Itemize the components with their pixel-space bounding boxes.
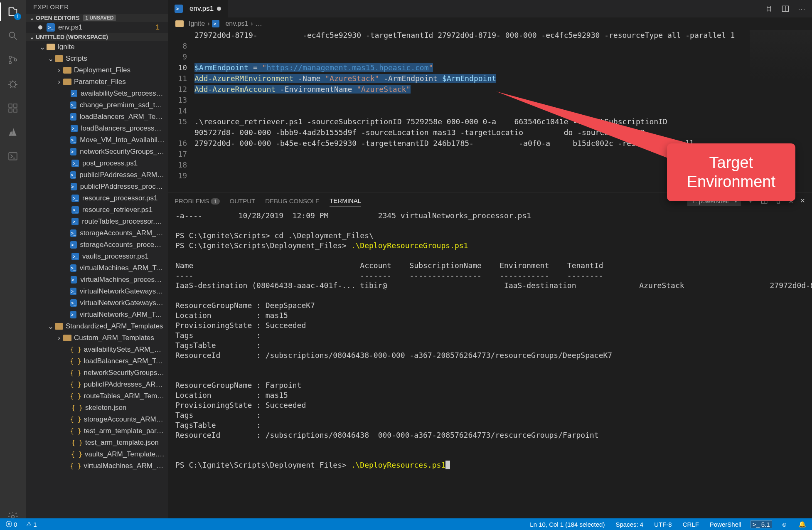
tab-output[interactable]: OUTPUT <box>230 195 256 207</box>
editor-group: >_ env.ps1 ⋯ Ignite › >_ env.ps1 › … 891… <box>168 0 812 530</box>
file-item[interactable]: >_networkSecurityGroups_proce… <box>26 146 168 158</box>
sidebar-title: EXPLORER <box>26 0 168 14</box>
file-item[interactable]: >_loadBalancers_processor.ps1 <box>26 123 168 134</box>
file-item[interactable]: { }loadBalancers_ARM_Template… <box>26 355 168 367</box>
explorer-badge: 1 <box>14 13 21 20</box>
status-cursor-position[interactable]: Ln 10, Col 1 (184 selected) <box>528 521 606 528</box>
file-item[interactable]: >_publicIPAddresses_ARM_Temp… <box>26 169 168 181</box>
annotation-callout: Target Environment <box>667 143 795 201</box>
feedback-icon[interactable]: ☺ <box>780 521 789 528</box>
powershell-side-icon[interactable] <box>5 149 20 164</box>
file-item[interactable]: >_availabilitySets_processor.ps1 <box>26 88 168 99</box>
modified-dot-icon <box>38 25 42 30</box>
azure-icon[interactable] <box>5 125 20 140</box>
file-item[interactable]: >_virtualMachines_ARM_Templat… <box>26 262 168 274</box>
svg-point-5 <box>10 82 16 87</box>
file-item[interactable]: >_change_premium_ssd_to_stan… <box>26 99 168 111</box>
file-item[interactable]: { }skeleton.json <box>26 402 168 414</box>
file-item[interactable]: >_resource_retriever.ps1 <box>26 204 168 216</box>
status-errors[interactable]: ⓧ 0 <box>4 520 19 528</box>
open-editor-item[interactable]: >_ env.ps1 1 <box>26 22 168 33</box>
terminal-content[interactable]: -a---- 10/28/2019 12:09 PM 2345 virtualN… <box>168 209 812 530</box>
folder-item[interactable]: ⌄Scripts <box>26 53 168 64</box>
bottom-panel: PROBLEMS1 OUTPUT DEBUG CONSOLE TERMINAL … <box>168 192 812 530</box>
svg-point-2 <box>9 56 11 58</box>
activity-bar: 1 <box>0 0 26 530</box>
svg-rect-7 <box>9 109 12 112</box>
svg-line-1 <box>14 37 17 40</box>
more-actions-icon[interactable]: ⋯ <box>798 4 805 13</box>
powershell-file-icon: >_ <box>212 20 219 27</box>
file-item[interactable]: >_virtualNetworkGateways_ARM… <box>26 286 168 297</box>
extensions-icon[interactable] <box>5 101 20 116</box>
svg-point-4 <box>15 59 17 61</box>
svg-rect-6 <box>9 104 12 107</box>
file-item[interactable]: >_resource_processor.ps1 <box>26 192 168 204</box>
modified-dot-icon <box>217 7 221 11</box>
workspace-header[interactable]: ⌄UNTITLED (WORKSPACE) <box>26 33 168 41</box>
explorer-icon[interactable]: 1 <box>5 4 20 19</box>
folder-item[interactable]: ⌄Ignite <box>26 41 168 53</box>
status-indent[interactable]: Spaces: 4 <box>614 521 645 528</box>
status-eol[interactable]: CRLF <box>681 521 701 528</box>
explorer-sidebar: EXPLORER ⌄OPEN EDITORS 1 UNSAVED >_ env.… <box>26 0 168 530</box>
svg-rect-8 <box>14 109 17 112</box>
file-item[interactable]: { }routeTables_ARM_Template.json <box>26 390 168 402</box>
file-item[interactable]: { }publicIPAddresses_ARM_Tem… <box>26 379 168 390</box>
file-item[interactable]: { }virtualMachines_ARM_Templat… <box>26 460 168 472</box>
file-tree: ⌄Ignite⌄Scripts›Deployment_Files›Paramet… <box>26 41 168 518</box>
file-item[interactable]: >_publicIPAddresses_processor… <box>26 181 168 192</box>
powershell-file-icon: >_ <box>47 23 55 32</box>
file-item[interactable]: >_routeTables_processor.ps1 <box>26 216 168 227</box>
status-bar: ⓧ 0 ⚠ 1 Ln 10, Col 1 (184 selected) Spac… <box>0 518 812 530</box>
folder-item[interactable]: ⌄Standardized_ARM_Templates <box>26 320 168 332</box>
powershell-file-icon: >_ <box>175 5 183 13</box>
file-item[interactable]: >_Move_VM_Into_AvailabilitySet… <box>26 134 168 146</box>
breadcrumb[interactable]: Ignite › >_ env.ps1 › … <box>168 17 812 30</box>
tab-problems[interactable]: PROBLEMS1 <box>175 195 220 207</box>
compare-changes-icon[interactable] <box>765 5 773 13</box>
file-item[interactable]: { }vaults_ARM_Template.json <box>26 449 168 460</box>
file-item[interactable]: >_virtualNetworkGateways_proc… <box>26 297 168 309</box>
svg-rect-9 <box>14 104 17 107</box>
folder-item[interactable]: ›Custom_ARM_Templates <box>26 332 168 344</box>
problem-count: 1 <box>156 23 164 32</box>
file-item[interactable]: { }availabilitySets_ARM_Templat… <box>26 344 168 355</box>
debug-icon[interactable] <box>5 76 20 91</box>
tab-bar: >_ env.ps1 ⋯ <box>168 0 812 17</box>
search-icon[interactable] <box>5 28 20 43</box>
minimap[interactable] <box>750 30 812 80</box>
file-item[interactable]: >_virtualMachines_processor.ps1 <box>26 274 168 286</box>
folder-item[interactable]: ›Parameter_Files <box>26 76 168 88</box>
svg-point-11 <box>12 515 15 518</box>
file-item[interactable]: { }test_arm_template_parameter… <box>26 425 168 437</box>
folder-item[interactable]: ›Deployment_Files <box>26 64 168 76</box>
source-control-icon[interactable] <box>5 52 20 67</box>
file-item[interactable]: { }test_arm_template.json <box>26 437 168 449</box>
line-gutter: 89101112131415 16171819 <box>168 30 194 192</box>
svg-point-0 <box>9 32 15 37</box>
file-item[interactable]: >_virtualNetworks_ARM_Templat… <box>26 309 168 320</box>
file-item[interactable]: >_vaults_processor.ps1 <box>26 251 168 262</box>
open-editors-header[interactable]: ⌄OPEN EDITORS 1 UNSAVED <box>26 14 168 22</box>
file-item[interactable]: >_loadBalancers_ARM_Template… <box>26 111 168 123</box>
file-item[interactable]: >_storageAccounts_processor.ps1 <box>26 239 168 251</box>
file-item[interactable]: >_post_process.ps1 <box>26 158 168 169</box>
close-panel-icon[interactable]: ✕ <box>800 197 805 205</box>
folder-icon <box>175 20 184 27</box>
split-editor-icon[interactable] <box>781 5 790 13</box>
status-encoding[interactable]: UTF-8 <box>652 521 674 528</box>
status-powershell-version[interactable]: >_ 5.1 <box>750 520 772 528</box>
file-item[interactable]: { }networkSecurityGroups_ARM_… <box>26 367 168 379</box>
tab-terminal[interactable]: TERMINAL <box>330 195 361 207</box>
status-language[interactable]: PowerShell <box>708 521 743 528</box>
file-item[interactable]: >_storageAccounts_ARM_Templ… <box>26 227 168 239</box>
tab-debug-console[interactable]: DEBUG CONSOLE <box>265 195 320 207</box>
status-warnings[interactable]: ⚠ 1 <box>25 520 38 528</box>
svg-point-3 <box>9 62 11 64</box>
notifications-icon[interactable]: 🔔 <box>797 520 808 528</box>
tab-env-ps1[interactable]: >_ env.ps1 <box>168 0 228 17</box>
file-item[interactable]: { }storageAccounts_ARM_Templ… <box>26 414 168 425</box>
unsaved-badge: 1 UNSAVED <box>83 15 116 21</box>
